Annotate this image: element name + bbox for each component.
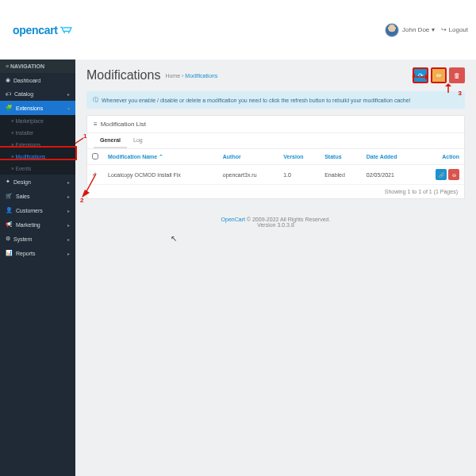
annotation-2: 2 — [80, 197, 83, 204]
info-icon: ⓘ — [93, 96, 98, 104]
logout-link[interactable]: ↪Logout — [441, 26, 468, 33]
link-icon: 🔗 — [439, 172, 444, 178]
sidebar-item-extensions[interactable]: 🧩Extensions▾ — [0, 101, 75, 115]
modification-panel: ≡ Modification List General Log Modifica… — [86, 115, 465, 199]
col-author[interactable]: Author — [218, 149, 278, 165]
share-icon: 📢 — [6, 221, 13, 228]
sidebar: ≡ NAVIGATION ◉Dashboard 🏷Catalog▸ 🧩Exten… — [0, 60, 75, 476]
sidebar-item-customers[interactable]: 👤Customers▸ — [0, 203, 75, 217]
sidebar-item-system[interactable]: ⚙System▸ — [0, 232, 75, 246]
dashboard-icon: ◉ — [6, 77, 10, 83]
sidebar-sub-marketplace[interactable]: » Marketplace — [0, 115, 75, 127]
logo: opencart — [13, 24, 72, 36]
cell-status: Enabled — [320, 165, 362, 185]
cell-author: opencart3x.ru — [218, 165, 278, 185]
gear-icon: ⚙ — [6, 236, 10, 242]
list-icon: ≡ — [94, 121, 98, 128]
select-all-checkbox[interactable] — [92, 153, 98, 159]
refresh-button[interactable]: ⟳ — [413, 67, 428, 83]
sidebar-item-reports[interactable]: 📊Reports▸ — [0, 246, 75, 260]
alert-text: Whenever you enable / disable or delete … — [102, 98, 411, 103]
sidebar-sub-extensions[interactable]: » Extensions — [0, 139, 75, 151]
sidebar-item-sales[interactable]: 🛒Sales▸ — [0, 189, 75, 203]
sidebar-sub-installer[interactable]: » Installer — [0, 127, 75, 139]
tab-general[interactable]: General — [94, 133, 127, 148]
footer: OpenCart © 2009-2022 All Rights Reserved… — [75, 205, 476, 239]
logo-cart-icon — [60, 26, 72, 34]
pager: Showing 1 to 1 of 1 (1 Pages) — [87, 185, 464, 198]
sidebar-sub-modifications[interactable]: » Modifications — [0, 151, 75, 163]
nav-header: ≡ NAVIGATION — [0, 60, 75, 73]
puzzle-icon: 🧩 — [6, 105, 13, 111]
tabs: General Log — [87, 133, 464, 149]
col-action: Action — [417, 149, 464, 165]
sidebar-item-design[interactable]: ✦Design▸ — [0, 175, 75, 189]
breadcrumb-home[interactable]: Home — [165, 73, 180, 79]
cell-name: Localcopy OCMOD Install Fix — [103, 165, 218, 185]
breadcrumb: Home › Modifications — [165, 73, 217, 79]
cart-icon: 🛒 — [6, 193, 13, 199]
row-check-icon[interactable]: ✓ — [92, 171, 97, 177]
page-title: Modifications — [86, 68, 160, 83]
row-link-button[interactable]: 🔗 — [436, 169, 447, 180]
sidebar-item-catalog[interactable]: 🏷Catalog▸ — [0, 87, 75, 101]
user-icon: 👤 — [6, 207, 13, 213]
tab-log[interactable]: Log — [127, 133, 149, 148]
svg-point-0 — [63, 32, 65, 33]
sidebar-item-dashboard[interactable]: ◉Dashboard — [0, 73, 75, 87]
sidebar-sub-events[interactable]: » Events — [0, 163, 75, 175]
row-disable-button[interactable]: ⊖ — [448, 169, 459, 180]
breadcrumb-current[interactable]: Modifications — [185, 73, 217, 79]
username[interactable]: John Doe ▾ — [402, 26, 434, 33]
footer-brand[interactable]: OpenCart — [221, 217, 245, 222]
delete-button[interactable]: 🗑 — [449, 67, 465, 83]
footer-version: Version 3.0.3.8 — [257, 222, 294, 228]
avatar[interactable] — [385, 23, 399, 37]
main-content: opencart John Doe ▾ ↪Logout Modification… — [75, 60, 476, 476]
clear-button[interactable]: ✏ — [431, 67, 447, 83]
chevron-down-icon: ▾ — [67, 106, 70, 111]
topbar: opencart John Doe ▾ ↪Logout — [0, 0, 476, 60]
col-version[interactable]: Version — [278, 149, 320, 165]
logo-text: opencart — [13, 24, 58, 36]
table-row: ✓ Localcopy OCMOD Install Fix opencart3x… — [87, 165, 464, 185]
trash-icon: 🗑 — [454, 72, 460, 79]
modifications-table: Modification Name ⌃ Author Version Statu… — [87, 149, 464, 185]
page-header: Modifications Home › Modifications ⟳ ✏ 🗑 — [75, 60, 476, 91]
cell-version: 1.0 — [278, 165, 320, 185]
sidebar-item-marketing[interactable]: 📢Marketing▸ — [0, 217, 75, 232]
header-actions: ⟳ ✏ 🗑 — [413, 67, 465, 83]
chevron-icon: ▸ — [67, 91, 70, 97]
col-name[interactable]: Modification Name ⌃ — [103, 149, 218, 165]
eraser-icon: ✏ — [436, 72, 442, 79]
svg-point-1 — [68, 32, 70, 33]
cell-date: 02/05/2021 — [362, 165, 418, 185]
logout-icon: ↪ — [441, 26, 447, 33]
minus-icon: ⊖ — [452, 172, 456, 178]
sidebar-submenu: » Marketplace » Installer » Extensions »… — [0, 115, 75, 175]
refresh-icon: ⟳ — [418, 72, 424, 79]
tv-icon: ✦ — [6, 178, 10, 185]
panel-header: ≡ Modification List — [87, 116, 464, 133]
bar-icon: 📊 — [6, 250, 13, 256]
info-alert: ⓘ Whenever you enable / disable or delet… — [86, 91, 465, 109]
tag-icon: 🏷 — [6, 91, 11, 97]
col-date[interactable]: Date Added — [362, 149, 418, 165]
col-status[interactable]: Status — [320, 149, 362, 165]
sort-icon: ⌃ — [159, 154, 163, 159]
